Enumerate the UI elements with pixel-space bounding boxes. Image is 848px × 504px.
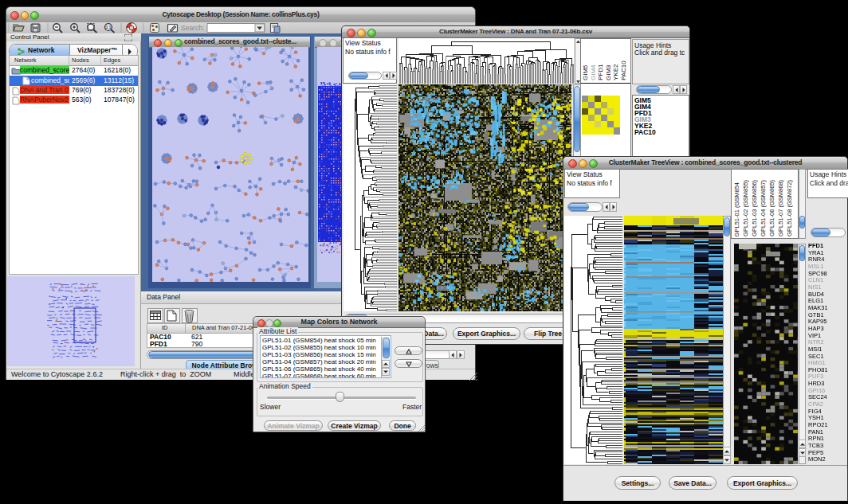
svg-text:1:1: 1:1 — [106, 25, 112, 29]
svg-text:Search:: Search: — [181, 24, 204, 32]
